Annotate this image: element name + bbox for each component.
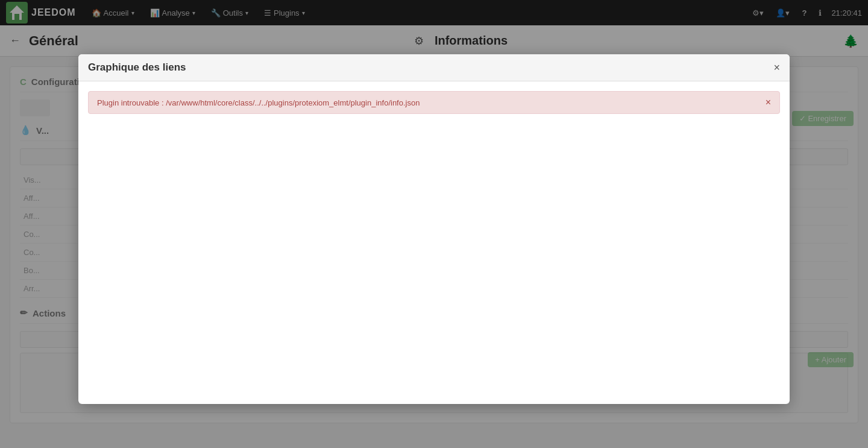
alert-close-button[interactable]: × xyxy=(766,98,771,107)
modal-body: Plugin introuvable : /var/www/html/core/… xyxy=(78,81,790,383)
error-alert: Plugin introuvable : /var/www/html/core/… xyxy=(88,91,780,114)
modal: Graphique des liens × Plugin introuvable… xyxy=(78,54,790,404)
modal-title: Graphique des liens xyxy=(88,62,186,74)
error-message: Plugin introuvable : /var/www/html/core/… xyxy=(97,98,420,107)
modal-header: Graphique des liens × xyxy=(78,54,790,81)
modal-close-button[interactable]: × xyxy=(773,62,780,73)
modal-overlay[interactable]: Graphique des liens × Plugin introuvable… xyxy=(0,0,868,433)
